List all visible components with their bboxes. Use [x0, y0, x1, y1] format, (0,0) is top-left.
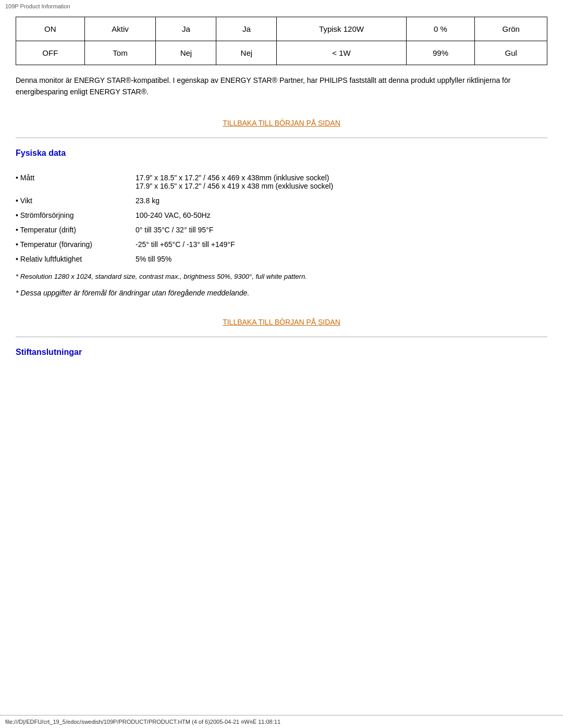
cell-on-ja1: Ja — [156, 17, 216, 41]
vikt-row: • Vikt 23.8 kg — [16, 193, 547, 208]
maat-label: • Mått — [16, 170, 130, 193]
luftfuktighet-row: • Relativ luftfuktighet 5% till 95% — [16, 252, 547, 266]
cell-off-nej1: Nej — [156, 41, 216, 65]
divider-2 — [16, 337, 547, 337]
stromforsorjning-value: 100-240 VAC, 60-50Hz — [130, 208, 547, 223]
fysiska-data-heading: Fysiska data — [16, 149, 547, 158]
product-table: ON Aktiv Ja Ja Typisk 120W 0 % Grön OFF … — [16, 17, 547, 65]
temp-forvaring-label: • Temperatur (förvaring) — [16, 237, 130, 252]
luftfuktighet-label: • Relativ luftfuktighet — [16, 252, 130, 266]
temp-drift-row: • Temperatur (drift) 0° till 35°C / 32° … — [16, 223, 547, 237]
cell-off-state: OFF — [16, 41, 85, 65]
divider-1 — [16, 138, 547, 138]
stromforsorjning-row: • Strömförsörjning 100-240 VAC, 60-50Hz — [16, 208, 547, 223]
back-to-top-link-2[interactable]: TILLBAKA TILL BÖRJAN PÅ SIDAN — [16, 318, 547, 326]
cell-on-power: Typisk 120W — [277, 17, 406, 41]
fysiska-footnote2: * Dessa uppgifter är föremål för ändring… — [16, 289, 547, 297]
cell-on-state: ON — [16, 17, 85, 41]
footer: file:///D|/EDFU/crt_19_5/edoc/swedish/10… — [0, 715, 563, 728]
page-label: 109P Product Information — [0, 0, 563, 11]
stiftanslutningar-section: Stiftanslutningar — [16, 348, 547, 357]
maat-row: • Mått 17.9" x 18.5" x 17.2" / 456 x 469… — [16, 170, 547, 193]
fysiska-data-table: • Mått 17.9" x 18.5" x 17.2" / 456 x 469… — [16, 170, 547, 266]
cell-off-color: Gul — [475, 41, 547, 65]
vikt-label: • Vikt — [16, 193, 130, 208]
cell-off-power: < 1W — [277, 41, 406, 65]
cell-on-aktiv: Aktiv — [84, 17, 156, 41]
table-row-off: OFF Tom Nej Nej < 1W 99% Gul — [16, 41, 547, 65]
stromforsorjning-label: • Strömförsörjning — [16, 208, 130, 223]
cell-on-color: Grön — [475, 17, 547, 41]
temp-drift-value: 0° till 35°C / 32° till 95°F — [130, 223, 547, 237]
footer-text: file:///D|/EDFU/crt_19_5/edoc/swedish/10… — [5, 719, 280, 725]
cell-on-ja2: Ja — [216, 17, 277, 41]
fysiska-data-section: Fysiska data • Mått 17.9" x 18.5" x 17.2… — [16, 149, 547, 297]
fysiska-footnote1: * Resolution 1280 x 1024, standard size,… — [16, 273, 547, 280]
table-row-on: ON Aktiv Ja Ja Typisk 120W 0 % Grön — [16, 17, 547, 41]
back-to-top-link-1[interactable]: TILLBAKA TILL BÖRJAN PÅ SIDAN — [16, 119, 547, 127]
temp-drift-label: • Temperatur (drift) — [16, 223, 130, 237]
cell-off-nej2: Nej — [216, 41, 277, 65]
maat-value: 17.9" x 18.5" x 17.2" / 456 x 469 x 438m… — [130, 170, 547, 193]
cell-on-percent: 0 % — [406, 17, 475, 41]
luftfuktighet-value: 5% till 95% — [130, 252, 547, 266]
cell-off-percent: 99% — [406, 41, 475, 65]
stiftanslutningar-heading: Stiftanslutningar — [16, 348, 547, 357]
temp-forvaring-row: • Temperatur (förvaring) -25° till +65°C… — [16, 237, 547, 252]
energy-star-text: Denna monitor är ENERGY STAR®-kompatibel… — [16, 75, 547, 98]
vikt-value: 23.8 kg — [130, 193, 547, 208]
temp-forvaring-value: -25° till +65°C / -13° till +149°F — [130, 237, 547, 252]
cell-off-tom: Tom — [84, 41, 156, 65]
